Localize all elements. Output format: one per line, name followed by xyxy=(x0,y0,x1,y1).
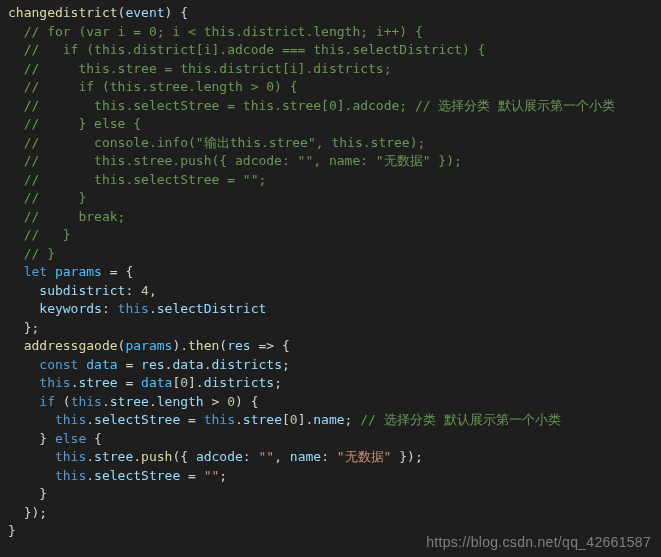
comment-line: // this.stree = this.district[i].distric… xyxy=(24,61,392,76)
comment-line: // if (this.district[i].adcode === this.… xyxy=(24,42,486,57)
comment-line: // } xyxy=(24,246,55,261)
comment-line: // console.info("输出this.stree", this.str… xyxy=(24,135,426,150)
comment-line: // break; xyxy=(24,209,126,224)
function-name: changedistrict xyxy=(8,5,118,20)
comment-line: // this.selectStree = this.stree[0].adco… xyxy=(24,98,616,113)
comment-line: // if (this.stree.length > 0) { xyxy=(24,79,298,94)
watermark: https://blog.csdn.net/qq_42661587 xyxy=(426,533,651,552)
comment-line: // this.selectStree = ""; xyxy=(24,172,267,187)
comment-line: // this.stree.push({ adcode: "", name: "… xyxy=(24,153,462,168)
comment-line: // for (var i = 0; i < this.district.len… xyxy=(24,24,423,39)
comment-line: // } xyxy=(24,190,87,205)
code-block: changedistrict(event) { // for (var i = … xyxy=(0,0,661,541)
comment-line: // } xyxy=(24,227,71,242)
comment-line: // } else { xyxy=(24,116,141,131)
